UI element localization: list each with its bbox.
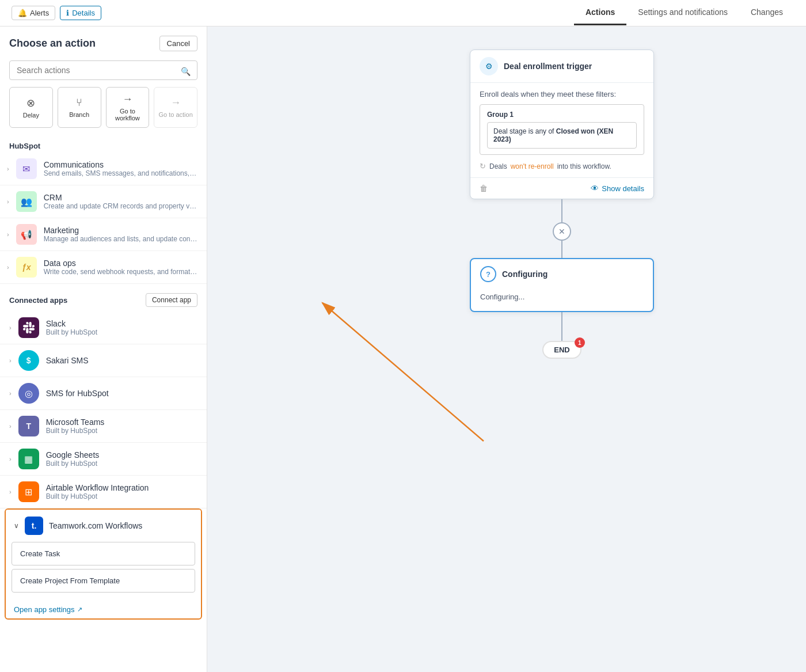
sms-hubspot-icon: ◎: [18, 383, 39, 404]
bell-icon: 🔔: [18, 9, 27, 17]
chevron-right-icon: ›: [7, 231, 9, 238]
chevron-right-icon: ›: [9, 488, 12, 495]
connector-line-1: [561, 199, 562, 222]
filter-box: Deal stage is any of Closed won (XEN 202…: [487, 122, 637, 149]
sakari-icon: $: [18, 350, 39, 371]
slack-sub: Built by HubSpot: [46, 328, 197, 336]
tab-changes[interactable]: Changes: [739, 1, 794, 25]
msteams-sub: Built by HubSpot: [46, 427, 197, 435]
remove-node-button[interactable]: ✕: [553, 222, 571, 241]
data-ops-name: Data ops: [44, 259, 197, 268]
show-details-link[interactable]: 👁 Show details: [591, 184, 644, 193]
go-workflow-icon: →: [122, 93, 132, 105]
data-ops-icon: ƒx: [16, 257, 37, 278]
communications-info: Communications Send emails, SMS messages…: [44, 160, 197, 177]
enrollment-title: Deal enrollment trigger: [504, 62, 592, 71]
slack-name: Slack: [46, 319, 197, 328]
action-item-crm[interactable]: › 👥 CRM Create and update CRM records an…: [0, 185, 207, 218]
marketing-info: Marketing Manage ad audiences and lists,…: [44, 226, 197, 243]
crm-name: CRM: [44, 193, 197, 202]
communications-desc: Send emails, SMS messages, and notificat…: [44, 169, 197, 177]
quick-actions: ⊗ Delay ⑂ Branch → Go to workflow → Go t…: [0, 87, 207, 137]
search-input[interactable]: [9, 60, 197, 80]
create-task-button[interactable]: Create Task: [12, 542, 195, 565]
slack-icon: [18, 317, 39, 338]
delay-icon: ⊗: [26, 97, 35, 109]
chevron-right-icon: ›: [7, 198, 9, 205]
group-label: Group 1: [487, 111, 637, 119]
sidebar-header: Choose an action Cancel: [0, 26, 207, 56]
workflow-canvas: ⚙ Deal enrollment trigger Enroll deals w…: [207, 26, 806, 672]
action-item-marketing[interactable]: › 📢 Marketing Manage ad audiences and li…: [0, 218, 207, 251]
branch-icon: ⑂: [76, 97, 82, 109]
teamwork-header[interactable]: ∨ t. Teamwork.com Workflows: [6, 510, 201, 542]
external-link-icon: ↗: [77, 606, 82, 613]
reenroll-link[interactable]: won't re-enroll: [511, 162, 554, 170]
teamwork-icon: t.: [25, 517, 43, 535]
end-error-badge: 1: [575, 337, 585, 348]
end-node[interactable]: END 1: [542, 341, 581, 359]
connect-app-button[interactable]: Connect app: [146, 293, 197, 307]
connected-apps-label: Connected apps: [9, 296, 67, 305]
app-item-sms-hubspot[interactable]: › ◎ SMS for HubSpot: [0, 377, 207, 410]
airtable-icon: ⊞: [18, 481, 39, 502]
msteams-name: Microsoft Teams: [46, 417, 197, 427]
chevron-right-icon: ›: [9, 390, 12, 397]
top-bar: 🔔 Alerts ℹ Details Actions Settings and …: [0, 0, 806, 26]
alerts-button[interactable]: 🔔 Alerts: [12, 6, 55, 20]
marketing-desc: Manage ad audiences and lists, and updat…: [44, 235, 197, 243]
delete-icon[interactable]: 🗑: [480, 184, 488, 193]
slack-info: Slack Built by HubSpot: [46, 319, 197, 336]
connected-apps-header: Connected apps Connect app: [0, 284, 207, 312]
create-project-button[interactable]: Create Project From Template: [12, 569, 195, 593]
gsheets-sub: Built by HubSpot: [46, 460, 197, 468]
action-item-data-ops[interactable]: › ƒx Data ops Write code, send webhook r…: [0, 251, 207, 284]
config-title: Configuring: [502, 269, 548, 279]
crm-desc: Create and update CRM records and proper…: [44, 202, 197, 210]
teamwork-actions: Create Task Create Project From Template: [6, 542, 201, 601]
group-box: Group 1 Deal stage is any of Closed won …: [480, 104, 644, 155]
marketing-name: Marketing: [44, 226, 197, 235]
search-icon: 🔍: [181, 67, 191, 76]
teamwork-section: ∨ t. Teamwork.com Workflows Create Task …: [5, 508, 202, 620]
sms-hubspot-name: SMS for HubSpot: [46, 389, 197, 398]
msteams-info: Microsoft Teams Built by HubSpot: [46, 417, 197, 435]
gsheets-name: Google Sheets: [46, 450, 197, 460]
branch-button[interactable]: ⑂ Branch: [58, 87, 101, 128]
cancel-button[interactable]: Cancel: [159, 36, 197, 51]
connector-line-2: [561, 241, 562, 258]
eye-icon: 👁: [591, 184, 599, 193]
gsheets-info: Google Sheets Built by HubSpot: [46, 450, 197, 468]
go-to-workflow-button[interactable]: → Go to workflow: [106, 87, 150, 128]
enrollment-card-header: ⚙ Deal enrollment trigger: [470, 50, 653, 83]
sidebar-title: Choose an action: [9, 37, 96, 50]
airtable-info: Airtable Workflow Integration Built by H…: [46, 483, 197, 500]
chevron-right-icon: ›: [9, 324, 12, 331]
open-app-settings-link[interactable]: Open app settings ↗: [6, 601, 90, 618]
chevron-right-icon: ›: [7, 264, 9, 271]
action-item-communications[interactable]: › ✉ Communications Send emails, SMS mess…: [0, 153, 207, 185]
search-container: 🔍: [0, 56, 207, 87]
app-item-slack[interactable]: › Slack Built by HubSpot: [0, 312, 207, 344]
top-bar-left: 🔔 Alerts ℹ Details: [12, 6, 101, 20]
app-item-airtable[interactable]: › ⊞ Airtable Workflow Integration Built …: [0, 476, 207, 508]
app-item-sakari[interactable]: › $ Sakari SMS: [0, 344, 207, 377]
airtable-name: Airtable Workflow Integration: [46, 483, 197, 492]
marketing-icon: 📢: [16, 224, 37, 245]
go-to-action-button[interactable]: → Go to action: [154, 87, 197, 128]
config-icon: ?: [480, 266, 496, 282]
tab-settings[interactable]: Settings and notifications: [626, 1, 739, 25]
app-item-msteams[interactable]: › T Microsoft Teams Built by HubSpot: [0, 410, 207, 443]
tab-actions[interactable]: Actions: [574, 1, 626, 25]
details-button[interactable]: ℹ Details: [60, 6, 101, 20]
configuring-body: Configuring...: [471, 289, 653, 311]
delay-button[interactable]: ⊗ Delay: [9, 87, 53, 128]
info-icon: ℹ: [66, 9, 69, 17]
crm-icon: 👥: [16, 191, 37, 212]
app-item-gsheets[interactable]: › ▦ Google Sheets Built by HubSpot: [0, 443, 207, 476]
msteams-icon: T: [18, 416, 39, 436]
data-ops-desc: Write code, send webhook requests, and f…: [44, 268, 197, 276]
svg-line-1: [322, 303, 484, 441]
sakari-info: Sakari SMS: [46, 356, 197, 365]
go-action-icon: →: [170, 97, 181, 109]
